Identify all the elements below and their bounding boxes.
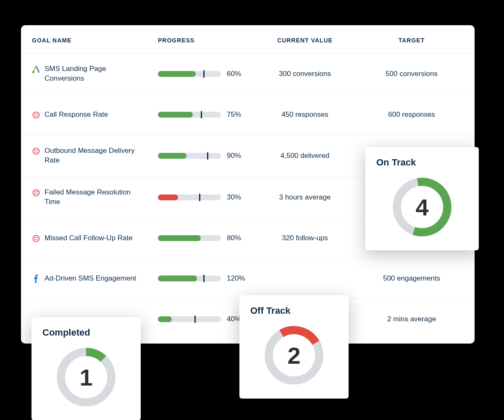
progress-bar [158, 194, 221, 200]
target-value: 600 responses [360, 110, 464, 119]
facebook-icon [32, 275, 40, 283]
progress-fill [158, 153, 186, 159]
goal-name-text: Missed Call Follow-Up Rate [45, 234, 133, 243]
svg-point-12 [34, 191, 36, 192]
goal-name-cell: Ad-Driven SMS Engagement [32, 274, 158, 284]
current-value: 3 hours average [250, 193, 360, 202]
progress-marker [194, 315, 196, 323]
twilio-icon [32, 234, 40, 243]
summary-card-completed[interactable]: Completed 1 [32, 317, 141, 420]
svg-point-10 [37, 152, 38, 153]
progress-cell: 80% [158, 234, 250, 242]
current-value: 320 follow-ups [250, 234, 360, 242]
progress-percent: 90% [227, 152, 241, 160]
svg-point-7 [34, 150, 36, 151]
svg-point-14 [34, 193, 36, 194]
progress-marker [199, 194, 200, 201]
donut-value: 2 [262, 324, 326, 387]
progress-fill [158, 235, 201, 241]
svg-point-17 [34, 237, 36, 238]
svg-point-2 [34, 113, 36, 115]
progress-cell: 30% [158, 193, 250, 202]
progress-bar [158, 71, 221, 77]
progress-percent: 75% [227, 110, 241, 119]
svg-point-11 [33, 189, 39, 196]
donut-offtrack: 2 [262, 324, 326, 387]
svg-point-5 [37, 116, 38, 117]
donut-wrap: 1 [42, 346, 130, 409]
goal-name-text: Outbound Message Delivery Rate [45, 146, 141, 165]
current-value: 450 responses [250, 110, 360, 119]
target-value: 500 conversions [360, 70, 464, 78]
progress-percent: 40% [227, 315, 241, 323]
col-current: CURRENT VALUE [250, 37, 360, 44]
progress-percent: 80% [227, 234, 241, 242]
twilio-icon [32, 147, 40, 155]
progress-percent: 60% [227, 70, 241, 78]
progress-fill [158, 276, 197, 281]
twilio-icon [32, 111, 40, 119]
goal-name-text: Failed Message Resolution Time [45, 188, 141, 207]
progress-fill [158, 316, 172, 322]
goal-name-cell: Missed Call Follow-Up Rate [32, 234, 158, 243]
current-value: 300 conversions [250, 70, 360, 78]
current-value: 4,500 delivered [250, 152, 360, 160]
progress-marker [207, 152, 208, 160]
goal-name-cell: Outbound Message Delivery Rate [32, 146, 158, 165]
summary-title: Off Track [250, 305, 338, 316]
progress-fill [158, 71, 196, 77]
progress-marker [203, 275, 205, 282]
donut-wrap: 4 [376, 176, 468, 239]
svg-point-15 [37, 193, 38, 194]
svg-point-9 [34, 152, 36, 153]
goal-name-cell: Call Response Rate [32, 110, 158, 120]
table-row[interactable]: Ad-Driven SMS Engagement120%500 engageme… [21, 259, 475, 299]
progress-marker [201, 111, 202, 118]
table-row[interactable]: Call Response Rate75%450 responses600 re… [21, 95, 475, 135]
svg-point-4 [34, 116, 36, 117]
progress-bar [158, 316, 221, 322]
svg-point-19 [34, 239, 36, 240]
svg-point-6 [33, 148, 39, 154]
google-ads-icon [32, 65, 40, 74]
donut-completed: 1 [55, 346, 118, 409]
svg-point-16 [33, 235, 39, 242]
col-progress: PROGRESS [158, 37, 250, 44]
table-header: GOAL NAME PROGRESS CURRENT VALUE TARGET [21, 25, 475, 53]
summary-title: On Track [376, 157, 468, 168]
svg-point-18 [37, 237, 38, 238]
summary-card-ontrack[interactable]: On Track 4 [365, 147, 479, 250]
donut-ontrack: 4 [391, 176, 454, 239]
progress-marker [203, 70, 205, 78]
col-goal-name: GOAL NAME [32, 37, 158, 44]
progress-bar [158, 153, 221, 159]
progress-bar [158, 112, 221, 118]
progress-percent: 120% [227, 274, 245, 283]
progress-percent: 30% [227, 193, 241, 202]
svg-point-8 [37, 150, 38, 151]
goal-name-text: Ad-Driven SMS Engagement [45, 274, 136, 284]
donut-value: 1 [55, 346, 118, 409]
target-value: 2 mins average [360, 315, 464, 323]
summary-card-offtrack[interactable]: Off Track 2 [239, 295, 349, 399]
goal-name-cell: Failed Message Resolution Time [32, 188, 158, 207]
donut-value: 4 [391, 176, 454, 239]
col-target: TARGET [360, 37, 464, 44]
progress-cell: 40% [158, 315, 250, 323]
svg-point-1 [33, 112, 39, 118]
goal-name-text: SMS Landing Page Conversions [45, 64, 141, 84]
progress-bar [158, 235, 221, 241]
table-row[interactable]: SMS Landing Page Conversions60%300 conve… [21, 53, 475, 95]
progress-bar [158, 276, 221, 281]
svg-point-0 [32, 71, 34, 73]
twilio-icon [32, 189, 40, 197]
svg-point-20 [37, 239, 38, 240]
progress-cell: 60% [158, 70, 250, 78]
progress-cell: 120% [158, 274, 250, 283]
svg-point-3 [37, 113, 38, 115]
svg-point-13 [37, 191, 38, 192]
goal-name-text: Call Response Rate [45, 110, 108, 120]
target-value: 500 engagements [360, 274, 464, 283]
summary-title: Completed [42, 327, 130, 338]
progress-cell: 75% [158, 110, 250, 119]
